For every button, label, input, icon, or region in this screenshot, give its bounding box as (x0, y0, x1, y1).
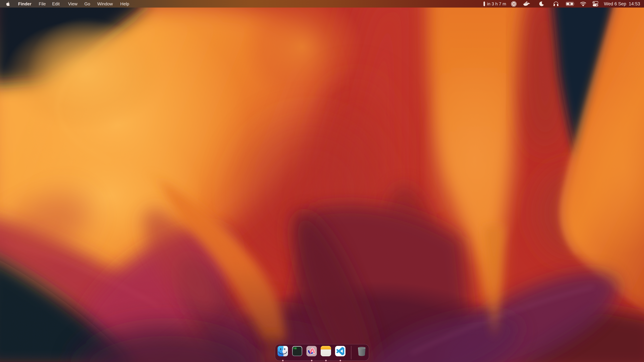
svg-text:$: $ (293, 347, 295, 350)
